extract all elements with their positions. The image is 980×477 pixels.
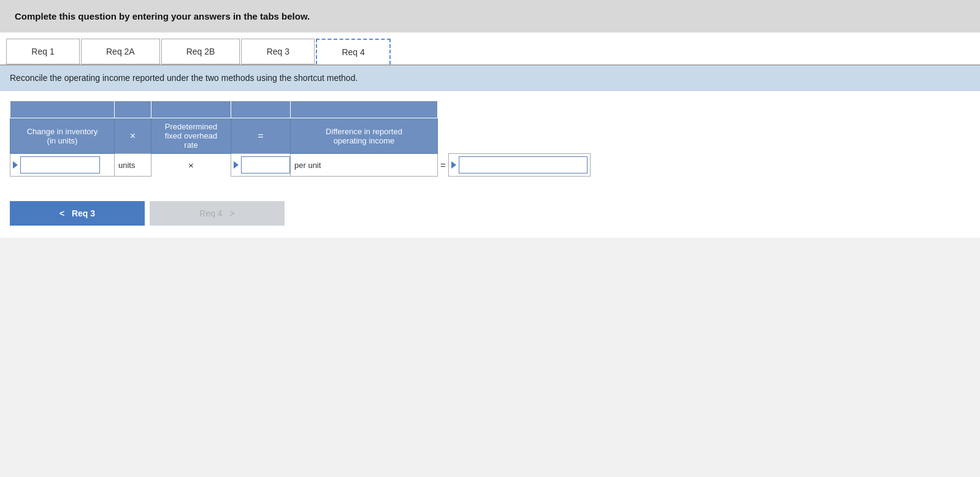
reconcile-table: Change in inventory (in units) × Predete… [10, 101, 591, 177]
table-area: Change in inventory (in units) × Predete… [0, 91, 980, 189]
instruction-bar: Complete this question by entering your … [0, 0, 980, 32]
tabs-container: Req 1 Req 2A Req 2B Req 3 Req 4 [0, 32, 980, 66]
input1-field[interactable] [20, 156, 100, 174]
description-text: Reconcile the operating income reported … [10, 73, 358, 83]
instruction-text: Complete this question by entering your … [15, 11, 310, 21]
col1-header: Change in inventory (in units) [10, 118, 115, 154]
arrow-indicator-1 [13, 161, 18, 169]
input1-cell [10, 154, 115, 177]
operator-equals-header: = [231, 118, 291, 154]
arrow-indicator-2 [234, 161, 239, 169]
operator-multiply-cell: × [151, 154, 231, 177]
input1-wrapper [13, 156, 114, 174]
tab-req1[interactable]: Req 1 [6, 39, 80, 64]
units-label-cell: units [115, 154, 151, 177]
col3-header: Difference in reported operating income [291, 118, 438, 154]
input2-wrapper [234, 156, 290, 174]
operator-multiply-header: × [115, 118, 151, 154]
main-content: Req 1 Req 2A Req 2B Req 3 Req 4 Reconcil… [0, 32, 980, 238]
header-spacer-row [10, 101, 591, 118]
arrow-indicator-3 [451, 161, 456, 169]
input3-wrapper [451, 156, 588, 174]
spacer-op2 [231, 101, 291, 118]
tab-req4[interactable]: Req 4 [316, 39, 390, 64]
spacer-col3 [291, 101, 438, 118]
next-chevron: > [230, 208, 235, 218]
page-wrapper: Complete this question by entering your … [0, 0, 980, 238]
spacer-op1 [115, 101, 151, 118]
next-button[interactable]: Req 4 > [150, 201, 285, 226]
input3-field[interactable] [459, 156, 588, 174]
spacer-col2 [151, 101, 231, 118]
per-unit-label-cell: per unit [291, 154, 438, 177]
prev-button[interactable]: < Req 3 [10, 201, 145, 226]
subheader-row: Change in inventory (in units) × Predete… [10, 118, 591, 154]
operator-equals-cell: = [438, 154, 449, 177]
prev-chevron: < [59, 208, 64, 218]
tab-req3[interactable]: Req 3 [241, 39, 315, 64]
spacer-col1 [10, 101, 115, 118]
input2-cell [231, 154, 291, 177]
input-row: units × per unit [10, 154, 591, 177]
next-label: Req 4 [199, 208, 222, 218]
input2-field[interactable] [241, 156, 290, 174]
nav-buttons: < Req 3 Req 4 > [0, 189, 980, 238]
col2-header: Predetermined fixed overhead rate [151, 118, 231, 154]
description-bar: Reconcile the operating income reported … [0, 66, 980, 91]
tab-req2b[interactable]: Req 2B [161, 39, 240, 64]
tab-req2a[interactable]: Req 2A [81, 39, 160, 64]
prev-label: Req 3 [72, 208, 95, 218]
input3-cell [448, 154, 590, 177]
